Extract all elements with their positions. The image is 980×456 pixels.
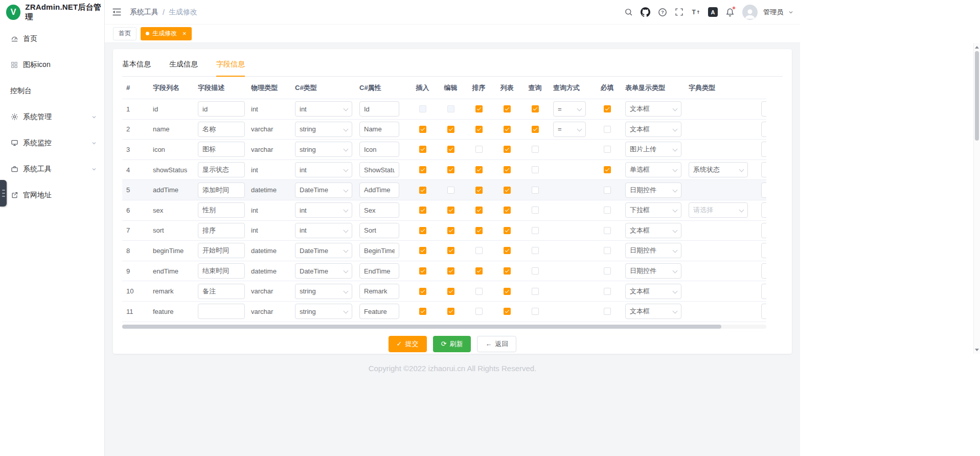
- field-description-input[interactable]: [198, 183, 245, 198]
- sidebar-item-website[interactable]: 官网地址: [0, 182, 104, 208]
- edit-checkbox[interactable]: [447, 126, 454, 133]
- cs-property-input[interactable]: [359, 122, 399, 137]
- sort-checkbox[interactable]: [475, 146, 483, 153]
- edit-checkbox[interactable]: [447, 308, 454, 315]
- display-type-select[interactable]: 单选框: [625, 162, 681, 177]
- sort-checkbox[interactable]: [475, 247, 483, 254]
- cs-type-select[interactable]: string: [295, 142, 352, 157]
- dict-type-select[interactable]: 请选择: [689, 202, 748, 218]
- tab-basic-info[interactable]: 基本信息: [122, 49, 151, 77]
- app-logo[interactable]: V ZRAdmin.NET后台管理: [0, 0, 104, 25]
- insert-checkbox[interactable]: [419, 288, 426, 295]
- edit-checkbox[interactable]: [447, 227, 454, 234]
- display-type-select[interactable]: 图片上传: [625, 142, 681, 157]
- field-description-input[interactable]: [198, 202, 245, 218]
- github-icon[interactable]: [641, 7, 650, 17]
- insert-checkbox[interactable]: [419, 267, 426, 275]
- list-checkbox[interactable]: [504, 308, 511, 315]
- chevron-down-icon[interactable]: [788, 9, 794, 15]
- cs-property-input[interactable]: [359, 304, 399, 319]
- required-checkbox[interactable]: [604, 166, 611, 173]
- clipped-input[interactable]: [761, 162, 766, 177]
- query-checkbox[interactable]: [532, 187, 539, 194]
- sidebar-item-system-manage[interactable]: 系统管理: [0, 104, 104, 130]
- user-name[interactable]: 管理员: [763, 8, 783, 17]
- query-checkbox[interactable]: [532, 126, 539, 133]
- drawer-handle[interactable]: [0, 180, 7, 207]
- help-icon[interactable]: ?: [658, 8, 667, 17]
- cs-property-input[interactable]: [359, 284, 399, 299]
- edit-checkbox[interactable]: [447, 247, 454, 254]
- required-checkbox[interactable]: [604, 207, 611, 214]
- query-checkbox[interactable]: [532, 207, 539, 214]
- back-button[interactable]: ← 返回: [477, 336, 516, 352]
- list-checkbox[interactable]: [504, 207, 511, 214]
- display-type-select[interactable]: 日期控件: [625, 243, 681, 258]
- display-type-select[interactable]: 下拉框: [625, 202, 681, 218]
- clipped-input[interactable]: [761, 243, 766, 258]
- sort-checkbox[interactable]: [475, 166, 483, 173]
- tab-gen-info[interactable]: 生成信息: [169, 49, 198, 77]
- field-description-input[interactable]: [198, 223, 245, 238]
- clipped-input[interactable]: [761, 101, 766, 117]
- insert-checkbox[interactable]: [419, 227, 426, 234]
- field-description-input[interactable]: [198, 101, 245, 117]
- required-checkbox[interactable]: [604, 247, 611, 254]
- cs-property-input[interactable]: [359, 263, 399, 279]
- bell-icon[interactable]: [725, 8, 735, 17]
- horizontal-scrollbar-thumb[interactable]: [122, 325, 721, 329]
- edit-checkbox[interactable]: [447, 288, 454, 295]
- cs-property-input[interactable]: [359, 183, 399, 198]
- required-checkbox[interactable]: [604, 126, 611, 133]
- required-checkbox[interactable]: [604, 146, 611, 153]
- query-checkbox[interactable]: [532, 308, 539, 315]
- sort-checkbox[interactable]: [475, 105, 483, 112]
- sidebar-item-system-tools[interactable]: 系统工具: [0, 156, 104, 182]
- query-checkbox[interactable]: [532, 267, 539, 275]
- field-description-input[interactable]: [198, 284, 245, 299]
- required-checkbox[interactable]: [604, 187, 611, 194]
- clipped-input[interactable]: [761, 183, 766, 198]
- required-checkbox[interactable]: [604, 267, 611, 275]
- sidebar-item-icons[interactable]: 图标icon: [0, 52, 104, 78]
- list-checkbox[interactable]: [504, 146, 511, 153]
- display-type-select[interactable]: 文本框: [625, 223, 681, 238]
- cs-property-input[interactable]: [359, 162, 399, 177]
- sidebar-item-console[interactable]: 控制台: [0, 78, 104, 104]
- cs-property-input[interactable]: [359, 223, 399, 238]
- display-type-select[interactable]: 日期控件: [625, 183, 681, 198]
- clipped-input[interactable]: [761, 142, 766, 157]
- query-checkbox[interactable]: [532, 166, 539, 173]
- list-checkbox[interactable]: [504, 126, 511, 133]
- list-checkbox[interactable]: [504, 187, 511, 194]
- cs-type-select[interactable]: string: [295, 304, 352, 319]
- cs-property-input[interactable]: [359, 142, 399, 157]
- sort-checkbox[interactable]: [475, 126, 483, 133]
- field-description-input[interactable]: [198, 122, 245, 137]
- refresh-button[interactable]: ⟳ 刷新: [433, 336, 471, 352]
- clipped-input[interactable]: [761, 122, 766, 137]
- avatar[interactable]: [742, 5, 758, 20]
- edit-checkbox[interactable]: [447, 105, 454, 112]
- search-icon[interactable]: [624, 8, 633, 16]
- list-checkbox[interactable]: [504, 166, 511, 173]
- insert-checkbox[interactable]: [419, 247, 426, 254]
- query-type-select[interactable]: =: [553, 122, 586, 137]
- query-checkbox[interactable]: [532, 247, 539, 254]
- edit-checkbox[interactable]: [447, 166, 454, 173]
- cs-type-select[interactable]: int: [295, 223, 352, 238]
- list-checkbox[interactable]: [504, 227, 511, 234]
- tag-home[interactable]: 首页: [113, 27, 136, 40]
- display-type-select[interactable]: 文本框: [625, 122, 681, 137]
- cs-type-select[interactable]: string: [295, 284, 352, 299]
- required-checkbox[interactable]: [604, 105, 611, 112]
- collapse-sidebar-icon[interactable]: [112, 8, 122, 16]
- field-description-input[interactable]: [198, 142, 245, 157]
- edit-checkbox[interactable]: [447, 146, 454, 153]
- language-icon[interactable]: A: [708, 7, 718, 17]
- edit-checkbox[interactable]: [447, 207, 454, 214]
- vertical-scrollbar[interactable]: [973, 43, 980, 354]
- cs-type-select[interactable]: DateTime: [295, 243, 352, 258]
- cs-property-input[interactable]: [359, 101, 399, 117]
- clipped-input[interactable]: [761, 284, 766, 299]
